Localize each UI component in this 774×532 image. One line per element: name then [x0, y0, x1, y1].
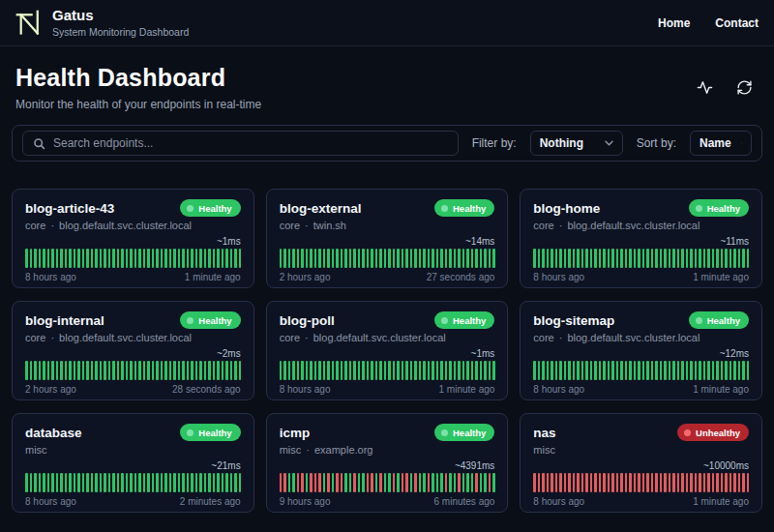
uptime-bar-success	[112, 361, 115, 380]
search-box[interactable]	[22, 131, 459, 156]
card-footer: 8 hours ago1 minute ago	[533, 496, 749, 507]
uptime-bar-failure	[564, 473, 567, 492]
uptime-bar-failure	[297, 473, 300, 492]
uptime-bar-success	[336, 361, 339, 380]
uptime-bar-failure	[699, 473, 701, 492]
uptime-bar-success	[393, 249, 396, 268]
uptime-bar-success	[454, 361, 457, 380]
uptime-bar-success	[603, 361, 606, 380]
uptime-bar-failure	[703, 473, 706, 492]
endpoint-name: database	[25, 426, 82, 440]
endpoint-card[interactable]: blog-sitemapHealthycore·blog.default.svc…	[520, 301, 762, 400]
uptime-bar-success	[341, 361, 343, 380]
uptime-bar-success	[34, 249, 37, 268]
uptime-bar-success	[436, 249, 439, 268]
endpoint-host: blog.default.svc.cluster.local	[313, 332, 446, 343]
uptime-bar-success	[738, 249, 741, 268]
endpoint-card[interactable]: icmpHealthymisc·example.org~4391ms9 hour…	[266, 413, 509, 513]
uptime-bar-success	[213, 249, 216, 268]
uptime-bars	[533, 361, 749, 380]
uptime-bar-success	[100, 361, 103, 380]
uptime-bar-success	[51, 249, 54, 268]
uptime-bar-failure	[547, 473, 550, 492]
uptime-bars	[280, 249, 495, 268]
uptime-bar-success	[672, 361, 675, 380]
uptime-bar-success	[230, 249, 233, 268]
newest-timestamp: 1 minute ago	[693, 496, 749, 507]
uptime-bar-success	[651, 249, 654, 268]
uptime-bar-success	[65, 361, 68, 380]
newest-timestamp: 1 minute ago	[185, 272, 241, 282]
filter-select[interactable]: Nothing	[530, 131, 623, 156]
uptime-bar-success	[108, 249, 111, 268]
uptime-bar-success	[555, 249, 558, 268]
uptime-bar-success	[230, 361, 233, 380]
endpoint-meta: misc	[25, 444, 241, 456]
uptime-bar-success	[646, 361, 649, 380]
sort-select[interactable]: Name	[690, 131, 752, 156]
uptime-bar-failure	[664, 473, 667, 492]
brand: Gatus System Monitoring Dashboard	[15, 8, 189, 38]
card-footer: 8 hours ago1 minute ago	[280, 384, 495, 395]
uptime-bar-success	[225, 473, 228, 492]
uptime-bar-success	[375, 473, 378, 492]
uptime-bar-success	[297, 361, 300, 380]
uptime-bar-success	[542, 361, 545, 380]
uptime-bar-success	[152, 361, 155, 380]
endpoint-card[interactable]: nasUnhealthymisc~10000ms8 hours ago1 min…	[520, 413, 762, 513]
uptime-bar-success	[161, 249, 164, 268]
uptime-bar-success	[599, 361, 602, 380]
activity-icon[interactable]	[697, 79, 713, 96]
uptime-bar-failure	[611, 473, 614, 492]
status-badge: Healthy	[434, 311, 494, 329]
uptime-bar-success	[199, 249, 202, 268]
uptime-bar-success	[428, 249, 431, 268]
uptime-bar-success	[655, 361, 658, 380]
uptime-bar-failure	[538, 473, 541, 492]
uptime-bar-success	[733, 361, 736, 380]
uptime-bar-success	[559, 249, 562, 268]
gatus-logo-icon	[15, 10, 43, 37]
uptime-bar-success	[173, 361, 176, 380]
uptime-bar-success	[117, 473, 120, 492]
uptime-bar-success	[349, 361, 352, 380]
uptime-bar-success	[358, 249, 361, 268]
sort-label: Sort by:	[637, 136, 676, 150]
endpoint-card[interactable]: blog-externalHealthycore·twin.sh~14ms2 h…	[266, 189, 509, 288]
uptime-bar-success	[362, 249, 365, 268]
uptime-bar-success	[703, 361, 706, 380]
status-label: Healthy	[453, 315, 486, 326]
endpoint-card[interactable]: databaseHealthymisc~21ms8 hours ago2 min…	[12, 413, 254, 513]
uptime-bar-success	[301, 361, 304, 380]
uptime-bar-success	[371, 249, 373, 268]
uptime-bar-success	[577, 361, 580, 380]
latency-value: ~1ms	[280, 348, 495, 359]
endpoint-card[interactable]: blog-internalHealthycore·blog.default.sv…	[12, 301, 254, 400]
nav-home-link[interactable]: Home	[658, 16, 690, 30]
uptime-bar-success	[130, 361, 133, 380]
uptime-bar-success	[471, 361, 474, 380]
uptime-bar-success	[625, 249, 628, 268]
uptime-bar-success	[323, 473, 326, 492]
endpoint-card[interactable]: blog-pollHealthycore·blog.default.svc.cl…	[266, 301, 509, 400]
endpoint-meta: core·blog.default.svc.cluster.local	[25, 332, 241, 343]
uptime-bar-failure	[695, 473, 698, 492]
uptime-bar-success	[410, 249, 413, 268]
endpoint-name: blog-external	[280, 201, 362, 216]
uptime-bar-success	[234, 473, 237, 492]
uptime-bar-success	[388, 473, 391, 492]
uptime-bars	[533, 473, 749, 492]
endpoint-card[interactable]: blog-article-43Healthycore·blog.default.…	[12, 189, 254, 288]
uptime-bar-success	[204, 361, 207, 380]
uptime-bar-success	[471, 473, 474, 492]
uptime-bar-success	[695, 361, 698, 380]
search-input[interactable]	[53, 136, 448, 150]
nav-contact-link[interactable]: Contact	[715, 16, 759, 30]
refresh-icon[interactable]	[736, 79, 753, 96]
uptime-bar-success	[161, 473, 164, 492]
uptime-bar-failure	[371, 473, 373, 492]
uptime-bar-success	[707, 361, 710, 380]
endpoint-card[interactable]: blog-homeHealthycore·blog.default.svc.cl…	[520, 189, 762, 288]
newest-timestamp: 1 minute ago	[693, 384, 749, 395]
uptime-bar-success	[362, 473, 365, 492]
